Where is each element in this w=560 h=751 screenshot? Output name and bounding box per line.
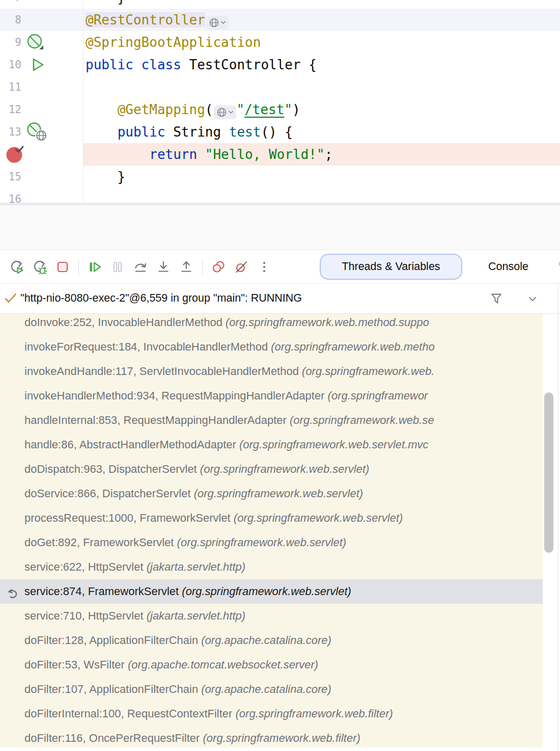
- code-text[interactable]: }: [86, 166, 125, 188]
- toolbar-separator: [202, 259, 203, 275]
- code-line[interactable]: 9@SpringBootApplication: [0, 31, 560, 53]
- chevron-down-icon[interactable]: [526, 293, 539, 307]
- stack-frame[interactable]: doInvoke:252, InvocableHandlerMethod (or…: [0, 314, 543, 335]
- line-number: 13: [0, 121, 21, 143]
- more-options-icon[interactable]: [257, 260, 271, 274]
- stack-frame[interactable]: invokeHandlerMethod:934, RequestMappingH…: [0, 384, 543, 408]
- code-editor[interactable]: 7 }8@RestController9@SpringBootApplicati…: [0, 0, 560, 203]
- frame-method: invokeHandlerMethod:934, RequestMappingH…: [24, 389, 328, 402]
- code-text[interactable]: return "Hello, World!";: [86, 143, 332, 166]
- code-line[interactable]: 13 public String test() {: [0, 121, 560, 143]
- frame-package: (org.apache.catalina.core): [201, 683, 331, 695]
- code-token: TestController {: [181, 57, 317, 72]
- frame-package: (org.springframework.web.servlet): [177, 536, 347, 549]
- code-token: /test: [244, 102, 284, 117]
- mute-breakpoints-icon[interactable]: [234, 260, 248, 274]
- stack-frame[interactable]: doFilter:128, ApplicationFilterChain (or…: [0, 628, 543, 653]
- frame-method: doInvoke:252, InvocableHandlerMethod: [24, 316, 226, 329]
- frames-scrollbar[interactable]: [544, 392, 553, 553]
- stack-frame[interactable]: service:622, HttpServlet (jakarta.servle…: [0, 555, 543, 579]
- stack-frame[interactable]: processRequest:1000, FrameworkServlet (o…: [0, 506, 543, 530]
- step-into-icon[interactable]: [156, 260, 171, 274]
- step-out-icon[interactable]: [179, 260, 193, 274]
- code-line[interactable]: 12 @GetMapping("/test"): [0, 98, 560, 121]
- run-class-icon[interactable]: [30, 57, 46, 73]
- code-token: return: [149, 147, 197, 162]
- right-panel-divider: [558, 283, 558, 751]
- globe-dropdown-chip[interactable]: [214, 105, 236, 119]
- stack-frame[interactable]: invokeForRequest:184, InvocableHandlerMe…: [0, 335, 543, 359]
- line-number: 15: [0, 166, 21, 188]
- code-line[interactable]: 7 }: [0, 0, 560, 9]
- frame-package: (org.springframework.web.method.suppo: [226, 316, 429, 329]
- code-text[interactable]: public class TestController {: [86, 53, 317, 76]
- code-text[interactable]: }: [86, 0, 125, 9]
- code-token: }: [86, 169, 125, 184]
- globe-icon: [216, 107, 227, 118]
- code-token: () {: [261, 124, 293, 140]
- code-token: test: [229, 124, 261, 140]
- spring-bean-icon[interactable]: [26, 33, 47, 51]
- frame-method: doFilter:116, OncePerRequestFilter: [24, 732, 203, 744]
- thread-status-bar[interactable]: "http-nio-8080-exec-2"@6,559 in group "m…: [0, 283, 560, 314]
- stack-frame[interactable]: doFilter:116, OncePerRequestFilter (org.…: [0, 726, 543, 747]
- code-token: }: [86, 0, 125, 5]
- frame-package: (org.springframewor: [328, 389, 428, 402]
- panel-gap: [0, 205, 560, 250]
- stack-frame[interactable]: doGet:892, FrameworkServlet (org.springf…: [0, 530, 543, 555]
- code-line[interactable]: return "Hello, World!";: [0, 143, 560, 166]
- filter-icon[interactable]: [490, 292, 503, 307]
- pause-icon[interactable]: [110, 260, 125, 274]
- code-text[interactable]: @GetMapping("/test"): [86, 98, 300, 121]
- frame-package: (jakarta.servlet.http): [147, 609, 245, 622]
- gutter-separator: [83, 0, 83, 203]
- rerun-icon[interactable]: [10, 260, 24, 274]
- frame-method: doDispatch:963, DispatcherServlet: [24, 463, 200, 475]
- code-text[interactable]: @RestController: [86, 9, 229, 31]
- code-text[interactable]: public String test() {: [86, 121, 293, 143]
- code-token: ": [284, 102, 292, 117]
- stack-frame[interactable]: doFilter:53, WsFilter (org.apache.tomcat…: [0, 653, 543, 677]
- stack-frame[interactable]: invokeAndHandle:117, ServletInvocableHan…: [0, 359, 543, 384]
- code-line[interactable]: 11: [0, 76, 560, 98]
- frame-package: (org.springframework.web.filter): [203, 732, 360, 744]
- frame-method: doService:866, DispatcherServlet: [24, 487, 194, 500]
- frame-method: service:710, HttpServlet: [24, 609, 147, 622]
- tab-console[interactable]: Console: [488, 260, 528, 273]
- call-stack-list[interactable]: doInvoke:252, InvocableHandlerMethod (or…: [0, 314, 543, 747]
- resume-icon[interactable]: [88, 260, 102, 274]
- code-line[interactable]: 10public class TestController {: [0, 53, 560, 76]
- stack-frame[interactable]: doFilter:107, ApplicationFilterChain (or…: [0, 677, 543, 702]
- stack-frame[interactable]: doDispatch:963, DispatcherServlet (org.s…: [0, 457, 543, 481]
- code-token: [86, 124, 118, 140]
- code-line[interactable]: 15 }: [0, 166, 560, 188]
- step-over-icon[interactable]: [133, 260, 148, 274]
- line-number: 7: [0, 0, 21, 9]
- code-token: ;: [325, 147, 333, 162]
- code-token: public class: [86, 57, 181, 72]
- view-breakpoints-icon[interactable]: [211, 260, 226, 274]
- stack-frame[interactable]: doFilterInternal:100, RequestContextFilt…: [0, 702, 543, 726]
- code-token: @RestController: [86, 12, 205, 28]
- stack-frame[interactable]: handleInternal:853, RequestMappingHandle…: [0, 408, 543, 433]
- code-text[interactable]: @SpringBootApplication: [86, 31, 261, 53]
- stack-frame-selected[interactable]: service:874, FrameworkServlet (org.sprin…: [0, 579, 543, 604]
- tab-threads-variables[interactable]: Threads & Variables: [320, 254, 462, 280]
- frame-package: (org.springframework.web.servlet): [234, 512, 403, 524]
- globe-dropdown-chip[interactable]: [206, 16, 229, 30]
- line-number: 16: [0, 188, 21, 203]
- line-number: 8: [0, 9, 21, 31]
- stack-frame[interactable]: doService:866, DispatcherServlet (org.sp…: [0, 481, 543, 506]
- url-mapping-icon[interactable]: [26, 122, 50, 142]
- code-token: [86, 102, 118, 117]
- rerun-debug-icon[interactable]: [33, 260, 47, 274]
- breakpoint-icon[interactable]: [5, 145, 26, 164]
- stack-frame[interactable]: handle:86, AbstractHandlerMethodAdapter …: [0, 433, 543, 457]
- code-token: [86, 147, 149, 162]
- frame-method: doFilter:128, ApplicationFilterChain: [24, 634, 201, 647]
- code-line[interactable]: 16: [0, 188, 560, 203]
- code-line[interactable]: 8@RestController: [0, 9, 560, 31]
- stop-icon[interactable]: [55, 260, 70, 274]
- stack-frame[interactable]: service:710, HttpServlet (jakarta.servle…: [0, 604, 543, 628]
- green-circle-icon[interactable]: [555, 257, 560, 273]
